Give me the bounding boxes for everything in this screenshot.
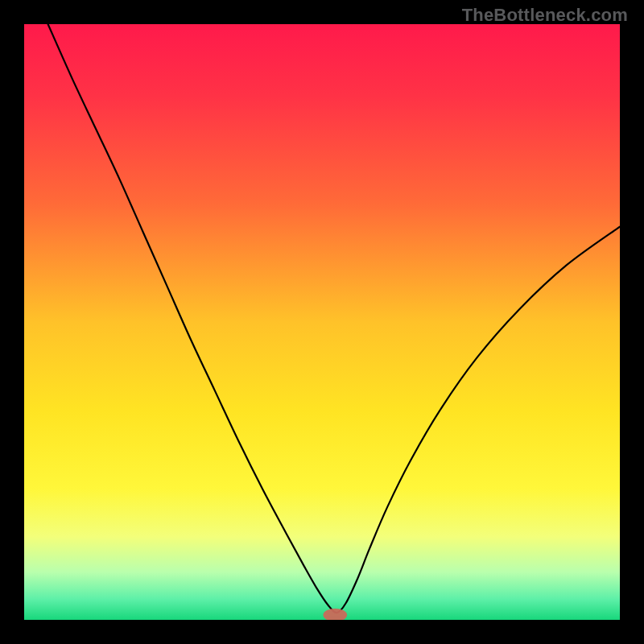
plot-svg	[24, 24, 620, 620]
gradient-background	[24, 24, 620, 620]
plot-area	[24, 24, 620, 620]
chart-frame: TheBottleneck.com	[0, 0, 644, 644]
watermark-label: TheBottleneck.com	[462, 5, 628, 26]
